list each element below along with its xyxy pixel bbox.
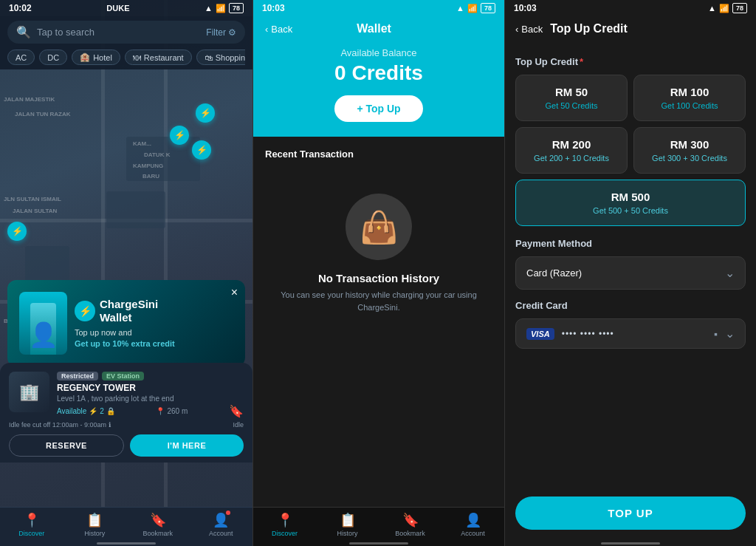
- nav-discover[interactable]: 📍 Discover: [0, 512, 63, 537]
- credit-get-200: Get 200 + 10 Credits: [525, 154, 618, 163]
- phone2-nav-account[interactable]: 👤 Account: [441, 512, 504, 537]
- home-indicator: [0, 540, 252, 546]
- empty-tx-title: No Transaction History: [318, 272, 439, 284]
- card-number: •••• •••• ••••: [562, 329, 707, 339]
- phone2-status-icons: ▲ 📶 78: [456, 3, 495, 13]
- phone2-nav-bookmark[interactable]: 🔖 Bookmark: [379, 512, 441, 537]
- credit-card-section: Credit Card VISA •••• •••• •••• ▪ ⌄: [515, 300, 746, 349]
- credit-option-100[interactable]: RM 100 Get 100 Credits: [633, 75, 746, 121]
- phone2-nav-history[interactable]: 📋 History: [316, 512, 379, 537]
- map-header: 🔍 Tap to search Filter ⚙ AC DC 🏨Hotel 🍽R…: [0, 16, 252, 69]
- credit-amount-500: RM 500: [525, 191, 736, 203]
- signal-icon: ▲: [205, 4, 213, 13]
- phone3-home-bar: [601, 542, 660, 545]
- phone2-history-icon: 📋: [340, 512, 356, 528]
- topup-body: Top Up Credit * RM 50 Get 50 Credits RM …: [505, 47, 756, 488]
- credit-option-50[interactable]: RM 50 Get 50 Credits: [515, 75, 628, 121]
- ev-station-badge: EV Station: [102, 372, 144, 381]
- phone2-time: 10:03: [262, 3, 285, 13]
- battery-icon: 78: [229, 3, 244, 13]
- chip-ac[interactable]: AC: [7, 50, 35, 65]
- phone3-status-bar: 10:03 ▲ 📶 78: [505, 0, 756, 16]
- idle-fee-text: Idle fee cut off 12:00am - 9:00am: [9, 421, 106, 429]
- station-card-header: 🏢 Restricted EV Station REGENCY TOWER Le…: [9, 372, 244, 418]
- chip-restaurant[interactable]: 🍽Restaurant: [125, 50, 192, 65]
- phone2-battery: 78: [481, 3, 495, 13]
- map-area: × ⚡ ChargeSini Wallet Top up now and Get…: [0, 69, 252, 507]
- chip-dc-label: DC: [47, 53, 59, 62]
- chip-dc[interactable]: DC: [39, 50, 67, 65]
- nav-account[interactable]: 👤 Account: [190, 512, 253, 537]
- phone2-home-bar: [349, 542, 408, 545]
- station-name: REGENCY TOWER: [57, 383, 244, 393]
- wallet-back-label: Back: [271, 24, 292, 35]
- nav-bookmark[interactable]: 🔖 Bookmark: [126, 512, 190, 537]
- credit-card-text: Credit Card: [515, 300, 568, 311]
- credit-card-label: Credit Card: [515, 300, 746, 311]
- credit-get-500: Get 500 + 50 Credits: [525, 206, 736, 215]
- phone2-bookmark-label: Bookmark: [395, 530, 425, 537]
- payment-method-text: Payment Method: [515, 238, 592, 249]
- topup-button[interactable]: + Top Up: [334, 95, 422, 122]
- chip-ac-label: AC: [16, 53, 27, 62]
- nav-history[interactable]: 📋 History: [63, 512, 127, 537]
- im-here-button[interactable]: I'M HERE: [130, 434, 244, 457]
- phone2-home-indicator: [253, 540, 504, 546]
- visa-logo: VISA: [526, 328, 554, 340]
- filter-label: Filter: [206, 27, 226, 38]
- payment-method-value: Card (Razer): [526, 267, 582, 279]
- location-label: DUKE: [106, 4, 129, 13]
- idle-label: Idle: [233, 421, 244, 429]
- history-icon: 📋: [86, 512, 103, 528]
- phone-topup: 10:03 ▲ 📶 78 ‹ Back Top Up Credit Top Up…: [505, 0, 756, 546]
- credit-amount-100: RM 100: [643, 86, 736, 98]
- chargesini-logo-icon: ⚡: [75, 301, 95, 321]
- chip-restaurant-label: Restaurant: [144, 53, 184, 62]
- topup-header: ‹ Back Top Up Credit: [505, 16, 756, 47]
- topup-nav: ‹ Back Top Up Credit: [515, 22, 746, 35]
- station-card: 🏢 Restricted EV Station REGENCY TOWER Le…: [0, 363, 252, 463]
- phone2-nav-discover[interactable]: 📍 Discover: [253, 512, 316, 537]
- wallet-back-button[interactable]: ‹ Back: [265, 24, 292, 35]
- station-thumbnail: 🏢: [9, 372, 49, 412]
- card-dropdown[interactable]: VISA •••• •••• •••• ▪ ⌄: [515, 318, 746, 349]
- filter-chips: AC DC 🏨Hotel 🍽Restaurant 🛍Shopping: [7, 50, 245, 65]
- phone2-discover-label: Discover: [272, 530, 298, 537]
- credit-option-300[interactable]: RM 300 Get 300 + 30 Credits: [633, 127, 746, 174]
- credit-grid: RM 50 Get 50 Credits RM 100 Get 100 Cred…: [515, 75, 746, 226]
- nav-history-label: History: [84, 530, 105, 537]
- restricted-badge: Restricted: [57, 372, 98, 381]
- phone2-signal-icon: ▲: [456, 4, 464, 13]
- credit-option-500[interactable]: RM 500 Get 500 + 50 Credits: [515, 180, 746, 226]
- shopping-icon: 🛍: [205, 53, 213, 62]
- bookmark-nav-icon: 🔖: [150, 512, 166, 528]
- credit-get-300: Get 300 + 30 Credits: [643, 154, 736, 163]
- payment-method-section: Payment Method Card (Razer) ⌄: [515, 238, 746, 290]
- chip-hotel[interactable]: 🏨Hotel: [72, 50, 120, 65]
- search-bar[interactable]: 🔍 Tap to search Filter ⚙: [7, 21, 245, 44]
- bookmark-icon[interactable]: 🔖: [229, 404, 244, 418]
- empty-transaction: 👜 No Transaction History You can see you…: [265, 171, 492, 335]
- home-bar: [97, 542, 156, 545]
- phone2-history-label: History: [337, 530, 357, 537]
- phone2-status-bar: 10:03 ▲ 📶 78: [253, 0, 504, 16]
- filter-button[interactable]: Filter ⚙: [206, 27, 236, 38]
- nav-bookmark-label: Bookmark: [142, 530, 173, 537]
- topup-action-button[interactable]: TOP UP: [515, 496, 746, 530]
- required-marker: *: [580, 56, 583, 67]
- topup-back-button[interactable]: ‹ Back: [515, 24, 543, 35]
- credit-section-label: Top Up Credit *: [515, 56, 746, 67]
- payment-method-label: Payment Method: [515, 238, 746, 249]
- search-placeholder: Tap to search: [37, 27, 200, 38]
- promo-close-icon[interactable]: ×: [231, 286, 238, 299]
- station-badges: Restricted EV Station: [57, 372, 244, 381]
- bottom-navigation: 📍 Discover 📋 History 🔖 Bookmark 👤 Accoun…: [0, 507, 252, 540]
- chip-shopping[interactable]: 🛍Shopping: [196, 50, 245, 65]
- wallet-nav: ‹ Back Wallet: [265, 22, 492, 35]
- idle-fee: Idle fee cut off 12:00am - 9:00am ℹ Idle: [9, 421, 244, 429]
- payment-method-dropdown[interactable]: Card (Razer) ⌄: [515, 256, 746, 290]
- account-notification-dot: [226, 511, 230, 515]
- phone3-time: 10:03: [514, 3, 537, 13]
- reserve-button[interactable]: RESERVE: [9, 434, 124, 457]
- credit-option-200[interactable]: RM 200 Get 200 + 10 Credits: [515, 127, 628, 174]
